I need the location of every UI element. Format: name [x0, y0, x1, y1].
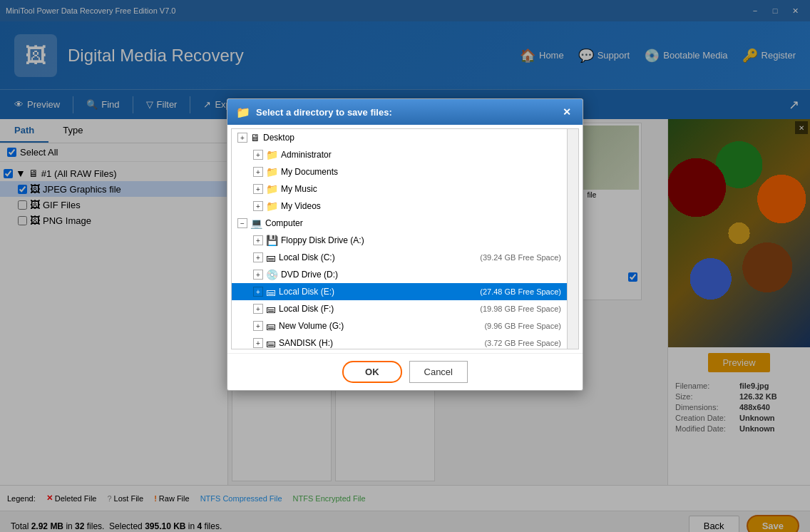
floppy-label: Floppy Disk Drive (A:) — [281, 235, 561, 245]
music-expand[interactable]: + — [253, 184, 263, 194]
sandisk-expand[interactable]: + — [253, 338, 263, 348]
modal-title: Select a directory to save files: — [256, 107, 554, 118]
diskc-label: Local Disk (C:) — [279, 252, 473, 262]
diskf-free: (19.98 GB Free Space) — [480, 305, 561, 313]
music-label: My Music — [281, 184, 561, 194]
directory-tree: + 🖥 Desktop + 📁 Administrator + 📁 My Doc… — [231, 128, 568, 349]
dir-disk-e[interactable]: + 🖴 Local Disk (E:) (27.48 GB Free Space… — [232, 283, 567, 300]
admin-icon: 📁 — [266, 149, 278, 160]
modal-title-bar: 📁 Select a directory to save files: ✕ — [227, 99, 583, 125]
modal-close-button[interactable]: ✕ — [560, 105, 574, 119]
sandisk-icon: 🖴 — [266, 337, 276, 349]
dir-floppy[interactable]: + 💾 Floppy Disk Drive (A:) — [232, 232, 567, 249]
dir-dvd[interactable]: + 💿 DVD Drive (D:) — [232, 266, 567, 283]
ok-button[interactable]: OK — [342, 361, 402, 383]
videos-icon: 📁 — [266, 200, 278, 212]
dir-sandisk[interactable]: + 🖴 SANDISK (H:) (3.72 GB Free Space) — [232, 334, 567, 349]
computer-expand[interactable]: − — [237, 218, 247, 228]
save-dialog: 📁 Select a directory to save files: ✕ + … — [227, 98, 583, 391]
diske-icon: 🖴 — [266, 286, 276, 297]
modal-body: + 🖥 Desktop + 📁 Administrator + 📁 My Doc… — [227, 125, 583, 353]
modal-overlay: 📁 Select a directory to save files: ✕ + … — [0, 0, 810, 532]
dir-administrator[interactable]: + 📁 Administrator — [232, 146, 567, 163]
dir-disk-c[interactable]: + 🖴 Local Disk (C:) (39.24 GB Free Space… — [232, 249, 567, 266]
floppy-expand[interactable]: + — [253, 235, 263, 245]
desktop-expand[interactable]: + — [237, 133, 247, 143]
dir-my-music[interactable]: + 📁 My Music — [232, 180, 567, 198]
cancel-button[interactable]: Cancel — [409, 361, 468, 383]
sandisk-free: (3.72 GB Free Space) — [484, 339, 561, 347]
videos-expand[interactable]: + — [253, 201, 263, 211]
diskg-icon: 🖴 — [266, 320, 276, 332]
dvd-label: DVD Drive (D:) — [281, 270, 561, 280]
sandisk-label: SANDISK (H:) — [279, 338, 477, 348]
dir-computer[interactable]: − 💻 Computer — [232, 215, 567, 232]
modal-folder-icon: 📁 — [236, 106, 250, 119]
diskg-expand[interactable]: + — [253, 321, 263, 331]
diske-free: (27.48 GB Free Space) — [480, 287, 561, 296]
dir-my-documents[interactable]: + 📁 My Documents — [232, 163, 567, 180]
diske-expand[interactable]: + — [253, 287, 263, 297]
music-icon: 📁 — [266, 183, 278, 195]
diskc-free: (39.24 GB Free Space) — [480, 253, 561, 262]
dir-my-videos[interactable]: + 📁 My Videos — [232, 198, 567, 215]
diske-label: Local Disk (E:) — [279, 287, 473, 297]
diskc-icon: 🖴 — [266, 252, 276, 263]
diskf-expand[interactable]: + — [253, 304, 263, 314]
docs-label: My Documents — [281, 167, 561, 177]
docs-icon: 📁 — [266, 166, 278, 178]
modal-footer: OK Cancel — [227, 353, 583, 390]
dir-tree-scrollbar[interactable] — [568, 128, 579, 349]
docs-expand[interactable]: + — [253, 167, 263, 177]
diskg-free: (9.96 GB Free Space) — [484, 322, 561, 330]
dvd-icon: 💿 — [266, 269, 278, 280]
diskg-label: New Volume (G:) — [279, 321, 477, 331]
diskf-label: Local Disk (F:) — [279, 304, 473, 314]
diskf-icon: 🖴 — [266, 303, 276, 314]
desktop-icon: 🖥 — [250, 132, 260, 143]
admin-label: Administrator — [281, 150, 561, 160]
dir-disk-f[interactable]: + 🖴 Local Disk (F:) (19.98 GB Free Space… — [232, 300, 567, 317]
floppy-icon: 💾 — [266, 235, 278, 246]
computer-icon: 💻 — [250, 218, 262, 229]
dir-desktop[interactable]: + 🖥 Desktop — [232, 129, 567, 146]
admin-expand[interactable]: + — [253, 150, 263, 160]
dir-disk-g[interactable]: + 🖴 New Volume (G:) (9.96 GB Free Space) — [232, 317, 567, 334]
diskc-expand[interactable]: + — [253, 252, 263, 262]
dvd-expand[interactable]: + — [253, 270, 263, 280]
videos-label: My Videos — [281, 201, 561, 211]
computer-label: Computer — [265, 218, 561, 228]
desktop-label: Desktop — [263, 133, 561, 143]
